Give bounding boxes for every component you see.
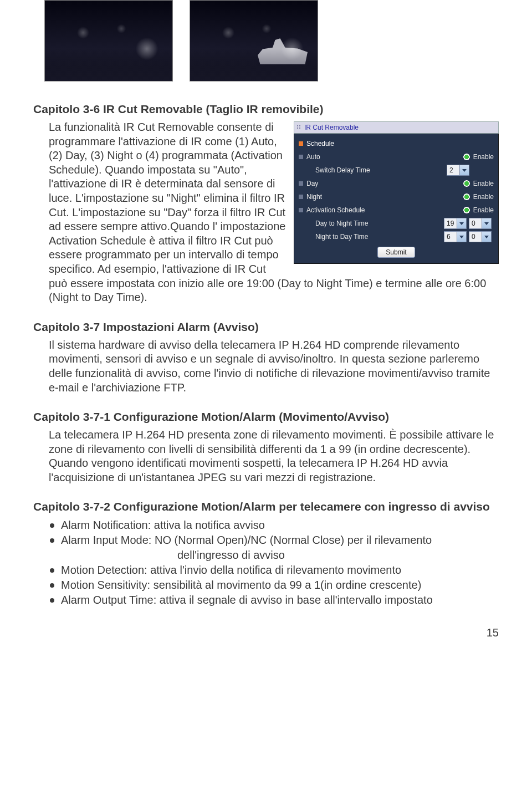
page-number: 15 bbox=[33, 626, 499, 639]
row-auto: Auto Enable bbox=[299, 150, 494, 164]
day-to-night-label: Day to Night Time bbox=[299, 220, 398, 227]
radio-activation[interactable] bbox=[463, 207, 470, 213]
list-item: Alarm Output Time: attiva il segnale di … bbox=[49, 593, 499, 608]
enable-label: Enable bbox=[473, 180, 494, 187]
night-to-day-hour-select[interactable]: 6 bbox=[444, 231, 467, 242]
list-item: Alarm Input Mode: NO (Normal Open)/NC (N… bbox=[49, 533, 499, 563]
bullet-icon bbox=[299, 195, 303, 199]
night-to-day-min-select[interactable]: 0 bbox=[469, 231, 492, 242]
chevron-down-icon[interactable] bbox=[457, 218, 466, 228]
row-activation-schedule: Activation Schedule Enable bbox=[299, 203, 494, 217]
night-to-day-label: Night to Day Time bbox=[299, 233, 398, 241]
radio-auto[interactable] bbox=[463, 154, 470, 160]
bullet-icon bbox=[299, 208, 303, 212]
switch-delay-label: Switch Delay Time bbox=[299, 166, 398, 174]
document-page: Capitolo 3-6 IR Cut Removable (Taglio IR… bbox=[0, 0, 532, 661]
row-schedule-header: Schedule bbox=[299, 137, 494, 150]
list-item: Alarm Notification: attiva la notifica a… bbox=[49, 518, 499, 533]
chevron-down-icon[interactable] bbox=[482, 232, 491, 242]
day-label: Day bbox=[306, 180, 373, 187]
panel-body: Schedule Auto Enable Switch Delay Time 2 bbox=[294, 134, 499, 264]
row-night-to-day: Night to Day Time 6 0 bbox=[299, 230, 494, 243]
chevron-down-icon[interactable] bbox=[457, 232, 466, 242]
day-to-night-hour-select[interactable]: 19 bbox=[444, 218, 467, 229]
bullet-icon bbox=[299, 155, 303, 159]
bullet-icon bbox=[299, 181, 303, 186]
row-switch-delay: Switch Delay Time 2 bbox=[299, 164, 494, 177]
switch-delay-select[interactable]: 2 bbox=[447, 165, 469, 176]
thumbnail-row bbox=[33, 0, 499, 87]
list-item: Motion Detection: attiva l'invio della n… bbox=[49, 563, 499, 578]
enable-label: Enable bbox=[473, 206, 494, 214]
night-label: Night bbox=[306, 193, 373, 201]
panel-title-text: IR Cut Removable bbox=[304, 124, 359, 131]
activation-label: Activation Schedule bbox=[306, 206, 373, 214]
section-3-7-text: Il sistema hardware di avviso della tele… bbox=[49, 338, 499, 395]
list-item: Motion Sensitivity: sensibilità al movim… bbox=[49, 578, 499, 593]
auto-label: Auto bbox=[306, 153, 373, 161]
radio-night[interactable] bbox=[463, 193, 470, 200]
chevron-down-icon[interactable] bbox=[459, 165, 469, 175]
bullet-list: Alarm Notification: attiva la notifica a… bbox=[49, 518, 499, 608]
day-to-night-min-select[interactable]: 0 bbox=[469, 218, 492, 229]
row-day: Day Enable bbox=[299, 177, 494, 190]
heading-3-7: Capitolo 3-7 Impostazioni Alarm (Avviso) bbox=[33, 320, 499, 334]
night-image-1 bbox=[44, 0, 173, 81]
section-3-7-1-text: La telecamera IP H.264 HD presenta zone … bbox=[49, 428, 499, 485]
chevron-down-icon[interactable] bbox=[482, 218, 491, 228]
enable-label: Enable bbox=[473, 193, 494, 201]
enable-label: Enable bbox=[473, 153, 494, 161]
heading-3-6: Capitolo 3-6 IR Cut Removable (Taglio IR… bbox=[33, 103, 499, 116]
night-image-2 bbox=[190, 0, 318, 81]
grip-icon bbox=[296, 125, 302, 130]
heading-3-7-2: Capitolo 3-7-2 Configurazione Motion/Ala… bbox=[33, 500, 499, 513]
heading-3-7-1: Capitolo 3-7-1 Configurazione Motion/Ala… bbox=[33, 410, 499, 424]
panel-title-bar: IR Cut Removable bbox=[294, 121, 499, 134]
row-day-to-night: Day to Night Time 19 0 bbox=[299, 217, 494, 230]
row-night: Night Enable bbox=[299, 190, 494, 203]
radio-day[interactable] bbox=[463, 180, 470, 187]
ir-cut-settings-panel: IR Cut Removable Schedule Auto Enable Sw… bbox=[294, 121, 499, 264]
bullet-icon bbox=[299, 141, 303, 146]
schedule-label: Schedule bbox=[306, 140, 334, 147]
submit-button[interactable]: Submit bbox=[377, 247, 415, 258]
